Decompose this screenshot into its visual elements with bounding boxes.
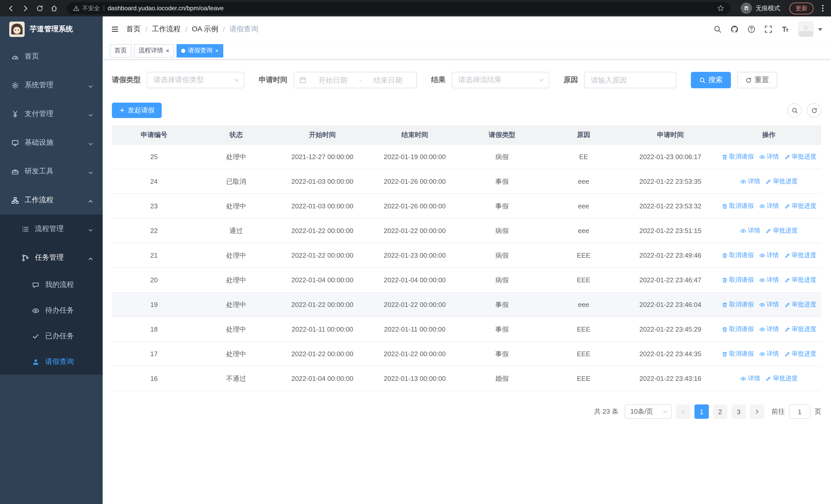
sidebar-item-task-management[interactable]: 任务管理 [0,243,103,272]
app-logo[interactable]: 芋道管理系统 [0,17,103,42]
detail-link[interactable]: 详情 [740,177,760,186]
main-area: 首页/工作流程/OA 示例/请假查询 首页流程详情×请假查询× 请假类型 请选择… [103,17,831,504]
detail-link[interactable]: 详情 [759,350,779,358]
detail-link[interactable]: 详情 [759,325,779,334]
sidebar-item-leave-query[interactable]: 请假查询 [0,349,103,375]
sidebar-item-home[interactable]: 首页 [0,42,103,71]
browser-toolbar: 不安全 dashboard.yudao.iocoder.cn/bpm/oa/le… [0,0,831,17]
toggle-search-button[interactable] [787,103,802,118]
sidebar-item-workflow[interactable]: 工作流程 [0,186,103,214]
page-size-select[interactable]: 10条/页 [625,405,672,419]
detail-link[interactable]: 详情 [740,226,760,235]
back-button[interactable] [4,2,18,15]
sidebar-item-infrastructure[interactable]: 基础设施 [0,128,103,157]
chevron-down-icon[interactable] [818,27,823,32]
address-bar[interactable]: 不安全 dashboard.yudao.iocoder.cn/bpm/oa/le… [67,2,730,14]
detail-link[interactable]: 详情 [759,152,779,161]
end-date-input[interactable] [365,76,411,84]
search-icon[interactable] [713,25,722,33]
fullscreen-icon[interactable] [764,25,773,33]
approval-progress-link[interactable]: 审批进度 [784,276,816,284]
cell-status: 处理中 [196,275,276,285]
sidebar-item-dev-tools[interactable]: 研发工具 [0,157,103,186]
page-button-2[interactable]: 2 [713,405,727,419]
approval-progress-link[interactable]: 审批进度 [765,226,798,235]
security-chip[interactable]: 不安全 [73,4,100,12]
tab-process-detail[interactable]: 流程详情× [134,44,174,57]
next-page-button[interactable] [750,405,764,419]
font-size-icon[interactable] [781,25,790,33]
approval-progress-link[interactable]: 审批进度 [765,177,798,186]
close-tab-icon[interactable]: × [166,48,169,54]
detail-link[interactable]: 详情 [759,300,779,309]
page-button-3[interactable]: 3 [732,405,746,419]
close-tab-icon[interactable]: × [215,48,219,54]
sidebar-item-my-processes[interactable]: 我的流程 [0,272,103,298]
tab-leave-query[interactable]: 请假查询× [177,44,223,57]
detail-link[interactable]: 详情 [759,276,779,284]
breadcrumb-item-home[interactable]: 首页 [126,25,141,34]
page-button-1[interactable]: 1 [694,405,709,419]
approval-progress-link[interactable]: 审批进度 [784,251,816,260]
sidebar-item-todo-tasks[interactable]: 待办任务 [0,298,103,323]
breadcrumb-item-oa-example[interactable]: OA 示例 [192,25,219,34]
cancel-leave-link[interactable]: 取消请假 [721,350,754,358]
cancel-leave-link[interactable]: 取消请假 [721,202,754,210]
goto-page-input[interactable] [789,405,810,419]
cell-actions: 取消请假详情审批进度 [717,350,821,358]
cell-reason: eee [543,178,624,185]
approval-progress-link[interactable]: 审批进度 [784,300,816,309]
start-date-input[interactable] [310,76,356,84]
approval-progress-link[interactable]: 审批进度 [765,374,798,383]
prev-page-button[interactable] [676,405,690,419]
cell-actions: 取消请假详情审批进度 [717,276,821,284]
sidebar-item-system-management[interactable]: 系统管理 [0,71,103,99]
tab-home[interactable]: 首页 [110,44,132,57]
cell-start: 2021-12-27 00:00:00 [276,153,369,161]
chrome-update-button[interactable]: 更新 [790,2,813,14]
trash-icon [721,351,727,357]
approval-progress-link[interactable]: 审批进度 [784,325,816,334]
sidebar-item-done-tasks[interactable]: 已办任务 [0,323,103,349]
github-icon[interactable] [730,25,739,33]
reload-button[interactable] [33,2,46,15]
eye-icon [32,307,39,314]
create-leave-button[interactable]: 发起请假 [112,102,162,118]
reason-input[interactable] [584,72,676,88]
approval-progress-link[interactable]: 审批进度 [784,202,816,210]
chrome-menu-icon[interactable] [819,4,827,12]
refresh-table-button[interactable] [807,103,821,118]
cancel-leave-link[interactable]: 取消请假 [721,152,754,161]
goto-label: 前往 [771,407,785,416]
sidebar-item-payment-management[interactable]: 支付管理 [0,99,103,128]
action-label: 取消请假 [729,276,754,284]
detail-link[interactable]: 详情 [759,251,779,260]
approval-progress-link[interactable]: 审批进度 [784,350,816,358]
cancel-leave-link[interactable]: 取消请假 [721,276,754,284]
approval-progress-link[interactable]: 审批进度 [784,152,816,161]
avatar[interactable] [798,22,813,37]
result-select[interactable]: 请选择流结果 [452,72,549,88]
action-label: 取消请假 [729,350,754,358]
cancel-leave-link[interactable]: 取消请假 [721,251,754,260]
sidebar-item-process-management[interactable]: 流程管理 [0,214,103,243]
help-icon[interactable] [747,25,755,33]
leave-type-select[interactable]: 请选择请假类型 [147,72,244,88]
home-button[interactable] [47,2,61,15]
cancel-leave-link[interactable]: 取消请假 [721,300,754,309]
reset-button[interactable]: 重置 [737,72,777,88]
column-header: 操作 [717,130,821,139]
forward-button[interactable] [19,2,32,15]
cell-status: 处理中 [196,349,276,358]
breadcrumb-item-workflow[interactable]: 工作流程 [152,25,181,34]
bookmark-star-icon[interactable] [717,5,724,12]
sidebar-toggle[interactable] [111,25,119,33]
trash-icon [721,252,727,259]
cancel-leave-link[interactable]: 取消请假 [721,325,754,334]
detail-link[interactable]: 详情 [740,374,760,383]
detail-link[interactable]: 详情 [759,202,779,210]
chevron-down-icon [88,140,93,146]
search-button[interactable]: 搜索 [691,72,731,88]
cell-id: 24 [112,178,196,185]
apply-time-range[interactable]: - [294,72,417,88]
